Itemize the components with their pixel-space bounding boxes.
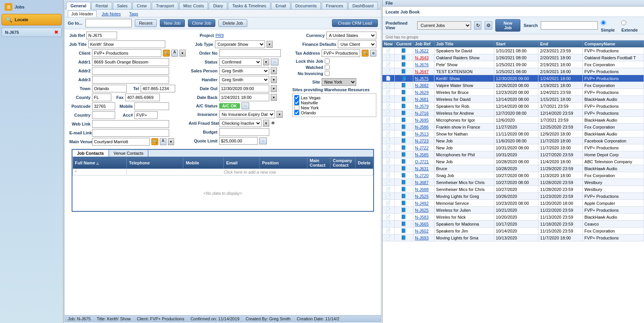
site-new-york-checkbox[interactable] [294, 105, 299, 110]
job-title-cell[interactable]: Moving Lights for Sma [434, 234, 494, 241]
status-select[interactable]: Confirmed [219, 58, 262, 66]
job-ref-cell[interactable]: N-J585 [413, 151, 434, 158]
table-row[interactable]: 📄 📘 N-J492 Memorial Service 10/23/2020 0… [382, 200, 644, 207]
table-row[interactable]: 📄 📘 N-J647 TEST EXTENSION 1/25/2021 08:0… [382, 68, 644, 75]
job-title-cell[interactable]: Wireles for Bruce [434, 89, 494, 96]
new-job-button[interactable]: New Job [160, 19, 185, 27]
jobs-grid[interactable]: New Current Job Ref Job Title Start End … [382, 40, 644, 323]
web-link-input[interactable] [92, 120, 169, 128]
client-edit-btn[interactable]: A [171, 50, 178, 57]
tel-input[interactable] [141, 85, 175, 92]
site-orlando-checkbox[interactable] [294, 110, 299, 115]
job-ref-cell[interactable]: N-J688 [413, 186, 434, 193]
county-input[interactable] [92, 94, 111, 101]
currency-select[interactable]: A United States [326, 32, 376, 39]
locate-button[interactable]: 🔍 Locate [2, 14, 62, 25]
job-title-cell[interactable]: Wireless for David [434, 96, 494, 103]
search-input[interactable] [541, 21, 598, 30]
job-type-arrow[interactable]: ▼ [267, 41, 273, 48]
tab-finances[interactable]: Finances [322, 2, 347, 9]
settings-icon[interactable]: ⚙ [485, 21, 492, 30]
job-title-input[interactable] [88, 40, 165, 48]
tab-general[interactable]: General [66, 2, 91, 10]
insurance-arrow[interactable]: ▼ [277, 111, 283, 118]
tab-tasks[interactable]: Tasks & Timelines [228, 2, 270, 9]
job-title-cell[interactable]: Speakers for David [434, 47, 494, 54]
table-row[interactable]: 📄 📘 N-J631 Bruce 10/28/2020 11/29/2020 2… [382, 165, 644, 172]
job-title-cell[interactable]: Frankin show in France [434, 124, 494, 131]
table-row[interactable]: 📄 📘 N-J682 Valpire Water Show 12/26/2020… [382, 82, 644, 89]
table-row[interactable]: 📄 📘 N-J695 Microphones for Igor 12/6/202… [382, 117, 644, 124]
table-row[interactable]: 📄 📘 N-J723 New Job 11/6/2020 08:00 11/7/… [382, 137, 644, 144]
job-ref-input[interactable] [86, 32, 117, 39]
job-type-select[interactable]: Corporate Show [215, 40, 265, 48]
job-title-cell[interactable]: Wireles for Nick [434, 214, 494, 221]
tab-transport[interactable]: Transport [152, 2, 178, 9]
subtab-tags[interactable]: Tags [126, 10, 141, 17]
job-title-cell[interactable]: Wireless for Julien [434, 207, 494, 214]
fax-input[interactable] [125, 94, 160, 101]
anti-fraud-select[interactable]: Checking Inactive [219, 119, 262, 127]
table-row[interactable]: 📄 📘 N-J602 Speakers for Jim 10/14/2020 1… [382, 228, 644, 234]
no-invoicing-checkbox[interactable] [325, 71, 330, 76]
job-ref-cell[interactable]: N-J631 [413, 165, 434, 172]
table-row[interactable]: 📄 📘 N-J586 Frankin show in France 11/27/… [382, 124, 644, 131]
insurance-select[interactable]: No Insurance Expiry Date ... [219, 110, 275, 118]
job-title-cell[interactable]: Kerith' Show [434, 75, 494, 82]
quote-ellipsis[interactable]: ··· [259, 137, 267, 144]
table-row[interactable]: 📄 📘 N-J675 Kerith' Show 12/30/2020 09:00… [382, 75, 644, 82]
sales-person-select[interactable]: Greg Smith [219, 67, 269, 75]
job-title-cell[interactable]: Snag Job [434, 172, 494, 179]
delete-job-button[interactable]: Delete Job [218, 19, 247, 27]
postcode-input[interactable] [92, 102, 115, 110]
job-ref-cell[interactable]: N-J720 [413, 172, 434, 179]
table-row[interactable]: 📄 📘 N-J681 Wireless for David 12/14/2020… [382, 96, 644, 103]
venue-arrow[interactable]: ▼ [168, 138, 174, 145]
table-row[interactable]: 📄 📘 N-J513 Show for Nathan 11/11/2020 08… [382, 131, 644, 137]
tax-ellipsis[interactable]: ⚙ [370, 50, 376, 57]
table-row[interactable]: 📄 📘 N-J687 Sennheiser Mics for Chris 10/… [382, 179, 644, 186]
job-ref-cell[interactable]: N-J665 [413, 221, 434, 228]
date-back-input[interactable] [219, 94, 269, 101]
job-ref-cell[interactable]: N-J525 [413, 193, 434, 200]
job-ref-cell[interactable]: N-J722 [413, 144, 434, 151]
table-row[interactable]: 📄 📘 N-J585 Microphones for Phil 10/31/20… [382, 151, 644, 158]
job-title-cell[interactable]: Show for Nathan [434, 131, 494, 137]
job-title-cell[interactable]: Wireless for Andrew [434, 110, 494, 117]
predefined-view-select[interactable]: Current Jobs [417, 21, 471, 30]
create-crm-button[interactable]: Create CRM Lead [332, 19, 378, 27]
tax-address-input[interactable] [322, 49, 360, 57]
quote-limit-input[interactable] [219, 137, 258, 145]
tab-sales[interactable]: Sales [113, 2, 132, 9]
job-ref-cell[interactable]: N-J583 [413, 214, 434, 221]
job-title-cell[interactable]: Microphones for Phil [434, 151, 494, 158]
status-arrow[interactable]: ▼ [263, 59, 269, 65]
job-title-cell[interactable]: New Job [434, 137, 494, 144]
site-nashville-checkbox[interactable] [294, 100, 299, 105]
job-title-cell[interactable]: Pete' Show [434, 61, 494, 68]
tab-diary[interactable]: Diary [209, 2, 227, 9]
job-ref-cell[interactable]: O-J721 [413, 158, 434, 165]
venue-search-icon[interactable]: 🔍 [151, 138, 158, 145]
client-search-icon[interactable]: 🔍 [163, 50, 170, 57]
table-row[interactable]: 📄 📘 N-J722 New Job 10/31/2020 08:00 11/7… [382, 144, 644, 151]
extended-radio[interactable] [621, 18, 626, 27]
job-ref-cell[interactable]: N-J682 [413, 82, 434, 89]
lock-job-checkbox[interactable] [325, 59, 330, 64]
job-title-cell[interactable]: Microphones for Igor [434, 117, 494, 124]
date-back-arrow[interactable]: ▼ [271, 94, 277, 101]
job-ref-cell[interactable]: N-J492 [413, 200, 434, 207]
recent-button[interactable]: Recent [135, 19, 157, 27]
goto-input[interactable] [86, 19, 132, 27]
job-title-cell[interactable]: Valpire Water Show [434, 82, 494, 89]
finance-defaults-select[interactable]: Use Client [338, 40, 376, 48]
job-title-cell[interactable]: TEST EXTENSION [434, 68, 494, 75]
watched-checkbox[interactable] [325, 65, 330, 70]
job-ref-cell[interactable]: N-J602 [413, 228, 434, 234]
table-row[interactable]: 📄 📘 N-J643 Oakland Raiders Show 1/26/202… [382, 54, 644, 61]
table-row[interactable]: 📄 📘 N-J629 Wireles for Bruce 12/23/2020 … [382, 89, 644, 96]
job-ref-cell[interactable]: N-J513 [413, 131, 434, 137]
table-row[interactable]: 📄 📘 N-J622 Speakers for David 1/31/2021 … [382, 47, 644, 54]
refresh-icon[interactable]: ↻ [474, 21, 481, 30]
client-arrow[interactable]: ▼ [179, 50, 186, 57]
